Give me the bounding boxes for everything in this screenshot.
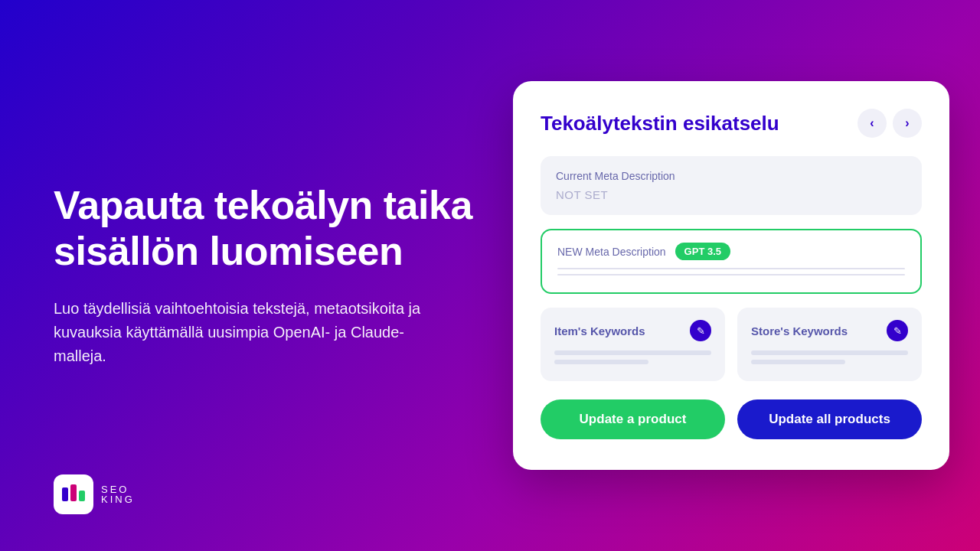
current-meta-label: Current Meta Description	[556, 170, 906, 182]
store-keywords-box: Store's Keywords ✎	[737, 308, 922, 381]
logo-text: SEO KING	[101, 484, 135, 504]
gpt-badge: GPT 3.5	[675, 243, 730, 260]
store-keyword-line-2	[751, 360, 845, 364]
sub-text: Luo täydellisiä vaihtoehtoisia tekstejä,…	[54, 297, 421, 368]
nav-buttons: ‹ ›	[858, 109, 922, 138]
item-keywords-box: Item's Keywords ✎	[541, 308, 725, 381]
item-keyword-line-2	[554, 360, 648, 364]
new-meta-header: NEW Meta Description GPT 3.5	[557, 243, 905, 260]
store-keywords-label: Store's Keywords	[751, 324, 848, 337]
buttons-row: Update a product Update all products	[541, 399, 922, 439]
svg-rect-1	[70, 484, 77, 501]
store-keywords-edit-icon[interactable]: ✎	[887, 320, 908, 341]
main-headline: Vapauta tekoälyn taika sisällön luomisee…	[54, 183, 475, 275]
item-keywords-header: Item's Keywords ✎	[554, 320, 711, 341]
update-product-button[interactable]: Update a product	[541, 399, 725, 439]
current-meta-value: NOT SET	[556, 188, 906, 201]
item-keywords-edit-icon[interactable]: ✎	[690, 320, 711, 341]
svg-rect-0	[62, 487, 68, 501]
left-section: Vapauta tekoälyn taika sisällön luomisee…	[0, 137, 513, 415]
keywords-row: Item's Keywords ✎ Store's Keywords ✎	[541, 308, 922, 381]
logo-area: SEO KING	[54, 474, 135, 514]
card-title: Tekoälytekstin esikatselu	[541, 112, 779, 135]
current-meta-box: Current Meta Description NOT SET	[541, 156, 922, 215]
new-meta-box[interactable]: NEW Meta Description GPT 3.5	[541, 229, 922, 294]
logo-icon	[54, 474, 93, 514]
store-keywords-header: Store's Keywords ✎	[751, 320, 908, 341]
nav-prev-button[interactable]: ‹	[858, 109, 887, 138]
new-meta-label: NEW Meta Description	[557, 246, 666, 258]
store-keyword-line-1	[751, 350, 908, 355]
nav-next-button[interactable]: ›	[893, 109, 922, 138]
svg-rect-2	[79, 491, 85, 501]
new-meta-line-1	[557, 268, 905, 269]
preview-card: Tekoälytekstin esikatselu ‹ › Current Me…	[513, 81, 949, 470]
item-keywords-label: Item's Keywords	[554, 324, 645, 337]
update-all-products-button[interactable]: Update all products	[737, 399, 922, 439]
card-header: Tekoälytekstin esikatselu ‹ ›	[541, 109, 922, 138]
new-meta-line-2	[557, 274, 905, 276]
item-keyword-line-1	[554, 350, 711, 355]
right-section: Tekoälytekstin esikatselu ‹ › Current Me…	[513, 81, 949, 470]
